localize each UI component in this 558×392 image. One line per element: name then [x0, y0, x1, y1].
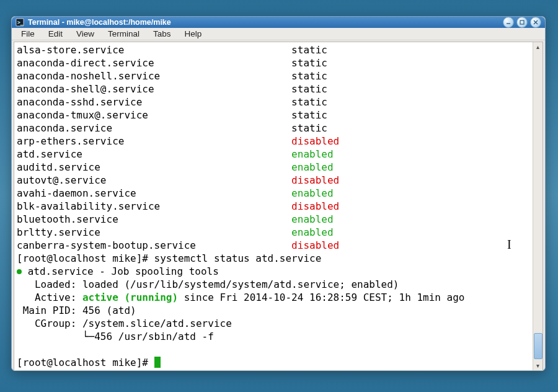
scroll-down-button[interactable]: ▾: [533, 361, 542, 370]
terminal-app-icon: >_: [16, 18, 24, 27]
menu-edit[interactable]: Edit: [43, 28, 68, 40]
menubar: FileEditViewTerminalTabsHelp: [12, 28, 545, 40]
menu-view[interactable]: View: [71, 28, 100, 40]
terminal-viewport: alsa-store.service static anaconda-direc…: [14, 42, 543, 371]
maximize-button[interactable]: [516, 17, 528, 28]
terminal-output[interactable]: alsa-store.service static anaconda-direc…: [14, 42, 533, 370]
menu-file[interactable]: File: [16, 28, 40, 40]
window-buttons: [503, 17, 541, 28]
menu-tabs[interactable]: Tabs: [148, 28, 177, 40]
scrollbar[interactable]: ▴ ▾: [533, 42, 542, 370]
titlebar[interactable]: >_ Terminal - mike@localhost:/home/mike: [12, 17, 545, 28]
scroll-up-button[interactable]: ▴: [533, 42, 542, 51]
svg-text:>_: >_: [17, 20, 24, 25]
terminal-window: >_ Terminal - mike@localhost:/home/mike …: [11, 16, 546, 371]
scroll-thumb[interactable]: [534, 333, 542, 359]
window-title: Terminal - mike@localhost:/home/mike: [28, 18, 503, 27]
menu-terminal[interactable]: Terminal: [102, 28, 145, 40]
close-button[interactable]: [530, 17, 541, 28]
minimize-button[interactable]: [503, 17, 514, 28]
svg-rect-3: [520, 20, 524, 24]
menu-help[interactable]: Help: [179, 28, 208, 40]
